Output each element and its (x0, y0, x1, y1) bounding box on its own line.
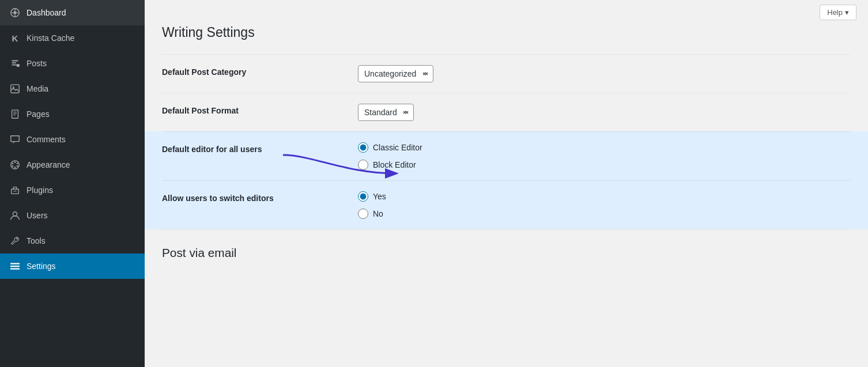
sidebar-item-label: Plugins (27, 186, 53, 195)
tools-icon (9, 235, 21, 247)
sidebar-item-label: Posts (27, 59, 47, 68)
row-default-editor: Default editor for all users Classic Edi… (162, 131, 851, 180)
radio-no-label: No (373, 209, 383, 218)
radio-classic-editor-label: Classic Editor (373, 143, 422, 152)
row-post-via-email: Post via email (162, 229, 851, 270)
sidebar-item-label: Users (27, 211, 48, 220)
sidebar-item-label: Media (27, 84, 48, 93)
radio-block-editor-input[interactable] (358, 160, 368, 170)
label-default-editor: Default editor for all users (162, 142, 358, 154)
settings-table: Default Post Category Uncategorized Defa… (162, 54, 851, 270)
svg-point-18 (12, 165, 14, 167)
sidebar-item-comments[interactable]: Comments (0, 127, 145, 152)
sidebar: Dashboard K Kinsta Cache Posts Media Pag… (0, 0, 145, 367)
comments-icon (9, 134, 21, 145)
svg-point-14 (14, 161, 16, 163)
main-content: Help ▾ Writing Settings Default Post Cat… (145, 0, 868, 367)
help-label: Help (827, 8, 843, 17)
topbar: Help ▾ (145, 0, 868, 25)
pages-icon (9, 108, 21, 120)
svg-rect-23 (10, 263, 20, 264)
sidebar-item-plugins[interactable]: Plugins (0, 177, 145, 203)
radio-no-input[interactable] (358, 209, 368, 219)
sidebar-item-dashboard[interactable]: Dashboard (0, 0, 145, 25)
sidebar-item-label: Tools (27, 236, 46, 245)
radio-yes-label: Yes (373, 192, 386, 201)
sidebar-item-users[interactable]: Users (0, 203, 145, 228)
svg-point-19 (12, 162, 14, 164)
label-default-post-category: Default Post Category (162, 65, 358, 77)
sidebar-item-posts[interactable]: Posts (0, 51, 145, 76)
plugins-icon (9, 184, 21, 196)
sidebar-item-label: Dashboard (27, 8, 66, 17)
control-allow-switch: Yes No (358, 191, 851, 219)
svg-point-1 (13, 11, 16, 14)
sidebar-item-label: Kinsta Cache (27, 33, 74, 43)
control-default-post-format: Standard (358, 104, 851, 121)
sidebar-item-label: Appearance (27, 160, 70, 169)
kinsta-icon: K (9, 32, 21, 44)
appearance-icon (9, 159, 21, 171)
help-arrow-icon: ▾ (845, 8, 849, 17)
svg-point-17 (14, 167, 16, 168)
post-via-email-heading: Post via email (162, 240, 236, 260)
sidebar-item-pages[interactable]: Pages (0, 101, 145, 127)
switch-radio-group: Yes No (358, 191, 851, 219)
radio-yes-input[interactable] (358, 191, 368, 202)
row-default-post-category: Default Post Category Uncategorized (162, 54, 851, 93)
settings-icon (9, 260, 21, 272)
row-default-post-format: Default Post Format Standard (162, 93, 851, 131)
svg-rect-9 (12, 110, 18, 118)
row-allow-switch: Allow users to switch editors Yes No (162, 180, 851, 229)
select-default-post-format[interactable]: Standard (358, 104, 414, 121)
radio-block-editor-label: Block Editor (373, 160, 416, 169)
radio-block-editor[interactable]: Block Editor (358, 160, 851, 170)
label-allow-switch: Allow users to switch editors (162, 191, 358, 203)
control-default-editor: Classic Editor Block Editor (358, 142, 851, 170)
label-default-post-format: Default Post Format (162, 104, 358, 115)
sidebar-item-kinsta-cache[interactable]: K Kinsta Cache (0, 25, 145, 51)
sidebar-item-label: Pages (27, 109, 50, 119)
sidebar-item-settings[interactable]: Settings (0, 254, 145, 279)
sidebar-item-label: Comments (27, 135, 66, 144)
svg-point-15 (17, 162, 18, 164)
help-button[interactable]: Help ▾ (820, 5, 856, 20)
sidebar-item-media[interactable]: Media (0, 76, 145, 101)
svg-rect-7 (11, 85, 19, 93)
select-default-post-category[interactable]: Uncategorized (358, 65, 433, 82)
dashboard-icon (9, 7, 21, 18)
svg-point-22 (13, 212, 17, 216)
control-default-post-category: Uncategorized (358, 65, 851, 82)
radio-yes[interactable]: Yes (358, 191, 851, 202)
svg-point-16 (17, 165, 18, 167)
svg-point-6 (17, 64, 20, 67)
svg-rect-25 (10, 268, 20, 270)
posts-icon (9, 58, 21, 69)
users-icon (9, 210, 21, 221)
editor-radio-group: Classic Editor Block Editor (358, 142, 851, 170)
media-icon (9, 83, 21, 94)
highlighted-section: Default editor for all users Classic Edi… (145, 131, 868, 229)
svg-rect-24 (10, 266, 20, 267)
page-title: Writing Settings (162, 25, 851, 40)
radio-classic-editor-input[interactable] (358, 142, 368, 153)
radio-no[interactable]: No (358, 209, 851, 219)
sidebar-item-appearance[interactable]: Appearance (0, 152, 145, 177)
radio-classic-editor[interactable]: Classic Editor (358, 142, 851, 153)
sidebar-item-tools[interactable]: Tools (0, 228, 145, 254)
sidebar-item-label: Settings (27, 262, 56, 271)
